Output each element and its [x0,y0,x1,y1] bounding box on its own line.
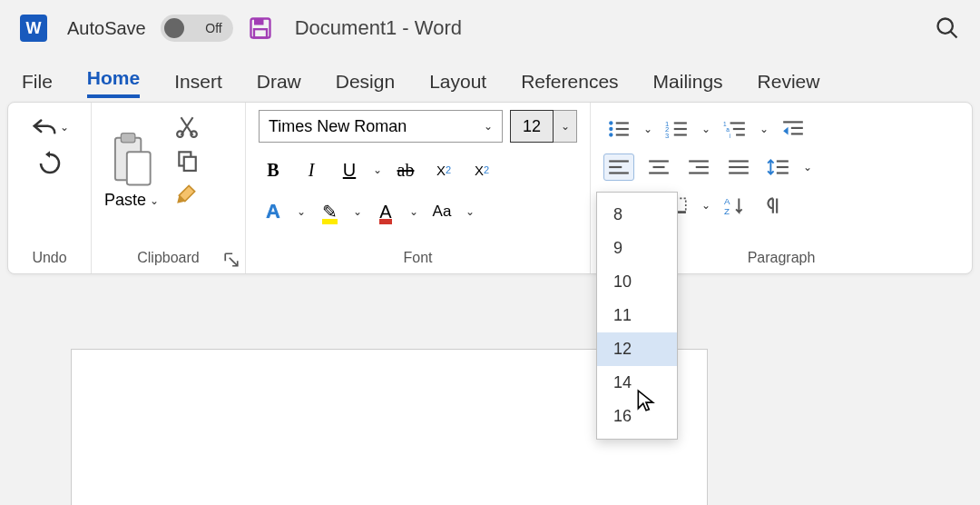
tab-layout[interactable]: Layout [429,71,486,98]
font-size-option[interactable]: 16 [597,400,677,433]
chevron-down-icon: ⌄ [150,194,159,207]
chevron-down-icon[interactable]: ⌄ [643,123,652,135]
font-size-option[interactable]: 10 [597,265,677,299]
multilevel-list-button[interactable]: 1ai [720,115,750,143]
font-size-option[interactable]: 8 [597,198,677,232]
autosave-toggle-state: Off [205,21,221,35]
justify-button[interactable] [723,153,754,181]
italic-button[interactable]: I [297,155,326,184]
font-size-option[interactable]: 9 [597,232,677,265]
subscript-button[interactable]: X2 [429,155,458,184]
tab-mailings[interactable]: Mailings [653,71,723,98]
svg-text:3: 3 [665,132,669,139]
font-family-select[interactable]: Times New Roman ⌄ [259,110,503,143]
chevron-down-icon[interactable]: ⌄ [701,123,710,135]
save-button[interactable] [248,15,273,41]
strikethrough-button[interactable]: ab [391,155,420,184]
underline-button[interactable]: U [335,155,364,184]
svg-point-14 [609,127,612,131]
font-family-value: Times New Roman [269,117,407,136]
highlight-color-button[interactable]: ✎ [315,197,344,226]
font-size-dropdown: 8 9 10 11 12 14 16 [596,192,678,440]
tab-insert[interactable]: Insert [174,71,222,98]
font-size-input[interactable]: 12 [510,110,554,143]
group-label-clipboard: Clipboard [104,246,232,270]
document-title: Document1 - Word [295,16,462,40]
svg-line-4 [951,32,957,38]
group-clipboard: Paste⌄ Clipboard [92,103,246,273]
svg-rect-7 [127,152,151,184]
numbering-button[interactable]: 123 [662,115,692,143]
chevron-down-icon[interactable]: ⌄ [353,205,362,218]
paste-label: Paste [104,191,146,210]
group-label-font: Font [259,246,577,270]
show-hide-button[interactable] [760,192,790,219]
svg-point-16 [609,133,612,136]
align-right-button[interactable] [683,153,714,181]
bold-button[interactable]: B [259,155,288,184]
ribbon: ⌄ Undo Paste⌄ Clipboard [7,102,973,274]
svg-rect-6 [121,134,135,143]
sort-button[interactable]: AZ [720,192,750,219]
decrease-indent-button[interactable] [778,115,808,143]
font-size-option[interactable]: 11 [597,299,677,332]
tab-home[interactable]: Home [87,67,140,98]
copy-button[interactable] [175,148,199,172]
tab-draw[interactable]: Draw [257,71,301,98]
svg-point-3 [938,19,953,34]
tab-review[interactable]: Review [758,71,820,98]
align-left-button[interactable] [603,153,634,181]
svg-point-9 [191,132,197,138]
font-size-option[interactable]: 12 [597,332,677,366]
group-label-undo: Undo [21,246,78,270]
tab-references[interactable]: References [521,71,618,98]
undo-button[interactable]: ⌄ [31,115,69,139]
group-font: Times New Roman ⌄ 12 ⌄ B I U ⌄ ab X2 X2 … [246,103,591,273]
autosave-toggle[interactable]: Off [161,15,233,42]
line-spacing-button[interactable] [763,153,794,181]
change-case-button[interactable]: Aa [427,197,456,226]
tab-design[interactable]: Design [336,71,395,98]
chevron-down-icon: ⌄ [561,120,570,133]
align-center-button[interactable] [643,153,674,181]
paste-button[interactable]: Paste⌄ [104,110,159,210]
autosave-toggle-knob [164,18,184,38]
chevron-down-icon[interactable]: ⌄ [297,205,306,218]
cut-button[interactable] [175,114,199,138]
repeat-button[interactable] [36,150,64,177]
word-app-icon: W [20,15,47,42]
search-button[interactable] [935,15,960,41]
svg-rect-11 [184,157,196,171]
font-color-button[interactable]: A [371,197,400,226]
svg-rect-1 [254,19,264,25]
group-undo: ⌄ Undo [8,103,92,273]
svg-text:A: A [724,196,730,206]
svg-text:i: i [730,133,730,139]
autosave-label: AutoSave [67,18,146,39]
format-painter-button[interactable] [175,182,199,205]
svg-text:Z: Z [724,206,730,215]
clipboard-launcher[interactable] [223,252,240,268]
font-size-option[interactable]: 14 [597,366,677,400]
chevron-down-icon[interactable]: ⌄ [373,163,382,176]
ribbon-tabs: File Home Insert Draw Design Layout Refe… [0,56,980,98]
chevron-down-icon[interactable]: ⌄ [409,205,418,218]
bullets-button[interactable] [603,115,634,143]
title-bar: W AutoSave Off Document1 - Word [0,0,980,56]
tab-file[interactable]: File [22,71,53,98]
svg-point-8 [177,132,183,138]
chevron-down-icon[interactable]: ⌄ [803,161,812,173]
chevron-down-icon[interactable]: ⌄ [760,123,769,135]
chevron-down-icon[interactable]: ⌄ [701,199,710,212]
chevron-down-icon: ⌄ [484,120,493,133]
text-effects-button[interactable]: A [259,197,288,226]
chevron-down-icon: ⌄ [60,121,69,134]
svg-rect-2 [254,29,267,37]
svg-point-12 [609,121,612,124]
font-size-dropdown-button[interactable]: ⌄ [554,110,577,143]
superscript-button[interactable]: X2 [467,155,496,184]
chevron-down-icon[interactable]: ⌄ [466,205,475,218]
